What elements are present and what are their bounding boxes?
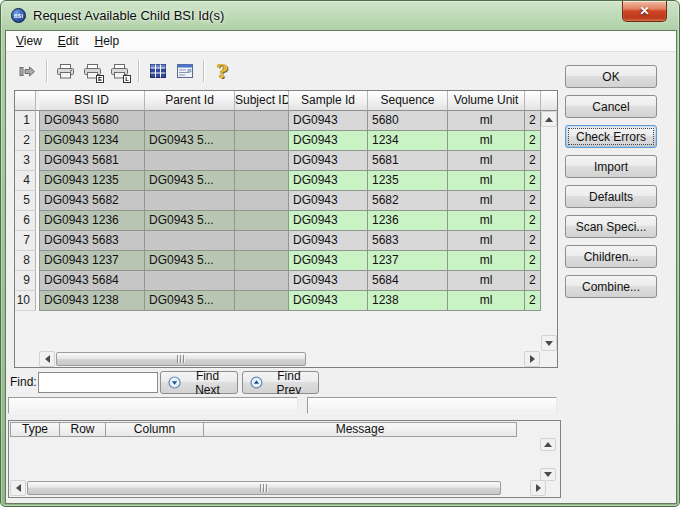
cell-bsi-id[interactable]: DG0943 5683 [39,231,145,251]
grid-horizontal-scrollbar[interactable] [39,351,540,367]
cell-clipped[interactable]: 2 [525,271,541,291]
cell-sequence[interactable]: 5682 [368,191,448,211]
form-view-button[interactable] [171,58,198,85]
cell-volume-unit[interactable]: ml [448,151,525,171]
import-button[interactable]: Import [565,155,657,178]
cell-sample-id[interactable]: DG0943 [289,291,368,311]
menu-edit[interactable]: Edit [50,32,87,50]
cell-parent-id[interactable] [145,271,235,291]
print-labels-button[interactable]: L [106,58,133,85]
cell-parent-id[interactable]: DG0943 5... [145,291,235,311]
scroll-up-button[interactable] [541,111,557,127]
cell-subject-id[interactable] [235,111,289,131]
cell-bsi-id[interactable]: DG0943 5680 [39,111,145,131]
row-header[interactable]: 10 [15,291,36,311]
cell-subject-id[interactable] [235,231,289,251]
row-header[interactable]: 9 [15,271,36,291]
cell-sequence[interactable]: 1238 [368,291,448,311]
print-errors-button[interactable]: E [79,58,106,85]
cell-volume-unit[interactable]: ml [448,171,525,191]
cell-sequence[interactable]: 1234 [368,131,448,151]
app-icon[interactable]: BSI [11,8,26,23]
column-header-bsi-id[interactable]: BSI ID [39,91,145,111]
row-header[interactable]: 5 [15,191,36,211]
cell-sequence[interactable]: 5683 [368,231,448,251]
cell-clipped[interactable]: 2 [525,211,541,231]
cell-parent-id[interactable]: DG0943 5... [145,131,235,151]
cell-volume-unit[interactable]: ml [448,291,525,311]
scrollbar-thumb[interactable] [27,481,501,495]
cell-bsi-id[interactable]: DG0943 1237 [39,251,145,271]
transfer-button[interactable] [14,58,41,85]
cell-sequence[interactable]: 5681 [368,151,448,171]
cell-sequence[interactable]: 1237 [368,251,448,271]
find-input[interactable] [38,372,158,393]
find-next-button[interactable]: Find Next [160,371,238,394]
cell-volume-unit[interactable]: ml [448,111,525,131]
cell-volume-unit[interactable]: ml [448,251,525,271]
cell-parent-id[interactable] [145,151,235,171]
column-header-parent-id[interactable]: Parent Id [145,91,235,111]
cell-subject-id[interactable] [235,171,289,191]
find-prev-button[interactable]: Find Prev [242,371,319,394]
cell-volume-unit[interactable]: ml [448,191,525,211]
cell-sequence[interactable]: 5680 [368,111,448,131]
children-button[interactable]: Children... [565,245,657,268]
row-header[interactable]: 6 [15,211,36,231]
cell-subject-id[interactable] [235,151,289,171]
ok-button[interactable]: OK [565,65,657,88]
cell-clipped[interactable]: 2 [525,111,541,131]
cancel-button[interactable]: Cancel [565,95,657,118]
scroll-left-button[interactable] [39,351,55,367]
cell-sample-id[interactable]: DG0943 [289,191,368,211]
cell-sample-id[interactable]: DG0943 [289,251,368,271]
row-header[interactable]: 1 [15,111,36,131]
cell-sequence[interactable]: 5684 [368,271,448,291]
cell-subject-id[interactable] [235,191,289,211]
row-header[interactable]: 8 [15,251,36,271]
column-header-sequence[interactable]: Sequence [368,91,448,111]
cell-clipped[interactable]: 2 [525,171,541,191]
cell-sample-id[interactable]: DG0943 [289,271,368,291]
column-header-subject-id[interactable]: Subject ID [235,91,289,111]
scroll-left-button[interactable] [10,480,26,496]
cell-subject-id[interactable] [235,131,289,151]
cell-parent-id[interactable] [145,231,235,251]
cell-subject-id[interactable] [235,291,289,311]
cell-bsi-id[interactable]: DG0943 5681 [39,151,145,171]
cell-clipped[interactable]: 2 [525,131,541,151]
cell-subject-id[interactable] [235,271,289,291]
cell-sample-id[interactable]: DG0943 [289,211,368,231]
row-header[interactable]: 4 [15,171,36,191]
cell-sample-id[interactable]: DG0943 [289,131,368,151]
cell-volume-unit[interactable]: ml [448,131,525,151]
cell-subject-id[interactable] [235,211,289,231]
cell-sample-id[interactable]: DG0943 [289,171,368,191]
cell-sample-id[interactable]: DG0943 [289,111,368,131]
row-header[interactable]: 2 [15,131,36,151]
scrollbar-thumb[interactable] [56,352,306,366]
defaults-button[interactable]: Defaults [565,185,657,208]
cell-clipped[interactable]: 2 [525,251,541,271]
menu-view[interactable]: View [8,32,50,50]
cell-parent-id[interactable]: DG0943 5... [145,171,235,191]
cell-parent-id[interactable] [145,111,235,131]
cell-clipped[interactable]: 2 [525,231,541,251]
cell-bsi-id[interactable]: DG0943 5682 [39,191,145,211]
title-bar[interactable]: BSI Request Available Child BSI Id(s) ✕ [1,1,679,30]
cell-parent-id[interactable] [145,191,235,211]
cell-bsi-id[interactable]: DG0943 5684 [39,271,145,291]
cell-sequence[interactable]: 1236 [368,211,448,231]
close-button[interactable]: ✕ [622,1,667,22]
cell-sample-id[interactable]: DG0943 [289,151,368,171]
cell-sample-id[interactable]: DG0943 [289,231,368,251]
menu-help[interactable]: Help [87,32,128,50]
cell-parent-id[interactable]: DG0943 5... [145,211,235,231]
scroll-right-button[interactable] [530,480,546,496]
cell-subject-id[interactable] [235,251,289,271]
scan-specimens-button[interactable]: Scan Speci... [565,215,657,238]
grid-view-button[interactable] [144,58,171,85]
message-vertical-scrollbar[interactable] [540,438,556,481]
cell-bsi-id[interactable]: DG0943 1235 [39,171,145,191]
grid-vertical-scrollbar[interactable] [541,111,557,351]
